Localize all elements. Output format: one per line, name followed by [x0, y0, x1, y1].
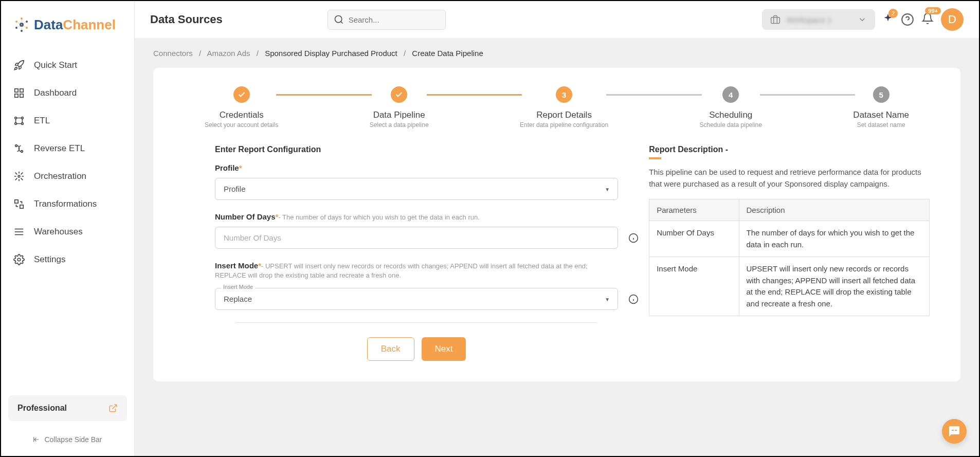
- help-icon[interactable]: [901, 13, 914, 26]
- table-row: Insert Mode UPSERT will insert only new …: [649, 257, 930, 316]
- content-card: Credentials Select your account details …: [153, 68, 960, 381]
- field-label: Number Of Days*- The number of days for …: [215, 212, 480, 221]
- sidebar-item-reverse-etl[interactable]: Reverse ETL: [1, 135, 134, 162]
- step-desc: Set dataset name: [857, 121, 905, 129]
- sidebar-item-transformations[interactable]: Transformations: [1, 190, 134, 218]
- form-actions: Back Next: [215, 337, 618, 361]
- form-left: Enter Report Configuration Profile* Prof…: [174, 145, 618, 361]
- svg-rect-18: [15, 200, 18, 203]
- search-input[interactable]: [328, 10, 446, 30]
- sidebar-item-orchestration[interactable]: Orchestration: [1, 162, 134, 190]
- sidebar-item-quick-start[interactable]: Quick Start: [1, 51, 134, 79]
- sidebar-item-label: Quick Start: [34, 60, 77, 70]
- sidebar-item-label: Dashboard: [34, 88, 77, 98]
- field-days: Number Of Days*- The number of days for …: [215, 212, 618, 249]
- days-input[interactable]: [215, 227, 618, 249]
- sidebar-item-etl[interactable]: ETL: [1, 107, 134, 135]
- breadcrumb: Connectors / Amazon Ads / Sponsored Disp…: [135, 39, 979, 64]
- breadcrumb-item[interactable]: Connectors: [153, 49, 193, 58]
- sidebar-item-label: Orchestration: [34, 171, 86, 181]
- external-link-icon: [108, 404, 118, 413]
- field-legend: Insert Mode: [221, 284, 255, 290]
- step-desc: Enter data pipeline configuration: [520, 121, 608, 129]
- step-data-pipeline: Data Pipeline Select a data pipeline: [370, 86, 429, 129]
- sparkle-button[interactable]: 2: [882, 13, 894, 26]
- info-icon[interactable]: [628, 294, 639, 304]
- step-desc: Select your account details: [205, 121, 278, 129]
- svg-rect-7: [15, 89, 18, 92]
- chevron-down-icon: [858, 15, 867, 24]
- sidebar-item-label: Warehouses: [34, 227, 83, 237]
- chat-fab[interactable]: [942, 419, 967, 444]
- etl-icon: [13, 115, 25, 126]
- step-title: Credentials: [220, 110, 264, 120]
- workspace-selector[interactable]: Workspace 1: [762, 9, 875, 30]
- plan-badge[interactable]: Professional: [8, 395, 127, 421]
- rocket-icon: [13, 60, 25, 71]
- svg-line-27: [341, 22, 343, 24]
- search-box: [328, 10, 446, 30]
- field-label: Insert Mode*- UPSERT will insert only ne…: [215, 261, 588, 279]
- step-dataset-name: 5 Dataset Name Set dataset name: [853, 86, 909, 129]
- svg-point-24: [17, 258, 21, 261]
- table-header-desc: Description: [739, 199, 929, 221]
- svg-point-14: [22, 123, 24, 125]
- avatar[interactable]: D: [941, 8, 964, 31]
- step-circle: 4: [722, 86, 739, 103]
- svg-rect-9: [15, 94, 18, 97]
- sidebar-nav: Quick Start Dashboard ETL Reverse ETL Or…: [1, 45, 134, 389]
- step-desc: Schedule data pipeline: [700, 121, 762, 129]
- orchestration-icon: [13, 171, 25, 182]
- step-scheduling: 4 Scheduling Schedule data pipeline: [700, 86, 762, 129]
- cell-desc: The number of days for which you wish to…: [739, 221, 929, 257]
- sidebar-item-label: ETL: [34, 116, 50, 126]
- brand-logo: DataChannel: [1, 1, 134, 45]
- form-area: Enter Report Configuration Profile* Prof…: [174, 145, 940, 361]
- profile-select[interactable]: Profile: [215, 178, 618, 200]
- step-circle: 3: [556, 86, 572, 103]
- back-button[interactable]: Back: [367, 337, 414, 361]
- breadcrumb-item[interactable]: Amazon Ads: [207, 49, 250, 58]
- sidebar-item-dashboard[interactable]: Dashboard: [1, 79, 134, 107]
- sidebar-item-settings[interactable]: Settings: [1, 246, 134, 273]
- step-title: Report Details: [536, 110, 592, 120]
- main: Data Sources Workspace 1 2 99+: [135, 1, 979, 456]
- logo-icon: [13, 16, 30, 33]
- stepper: Credentials Select your account details …: [205, 86, 909, 129]
- step-circle: 5: [873, 86, 890, 103]
- breadcrumb-item: Create Data Pipeline: [412, 49, 483, 58]
- collapse-label: Collapse Side Bar: [44, 435, 102, 444]
- header-right: Workspace 1 2 99+ D: [762, 8, 964, 31]
- collapse-sidebar-button[interactable]: Collapse Side Bar: [1, 427, 134, 456]
- cell-param: Insert Mode: [649, 257, 739, 316]
- description-title: Report Description -: [649, 145, 930, 154]
- page-title: Data Sources: [150, 13, 223, 26]
- step-report-details: 3 Report Details Enter data pipeline con…: [520, 86, 608, 129]
- svg-point-12: [22, 117, 24, 119]
- brand-text: DataChannel: [34, 17, 116, 33]
- notification-button[interactable]: 99+: [921, 12, 934, 27]
- step-circle: [233, 86, 250, 103]
- svg-point-15: [15, 145, 17, 147]
- transformations-icon: [13, 198, 25, 210]
- cell-desc: UPSERT will insert only new records or r…: [739, 257, 929, 316]
- step-title: Dataset Name: [853, 110, 909, 120]
- description-text: This pipeline can be used to request and…: [649, 167, 930, 190]
- svg-point-17: [18, 175, 20, 177]
- collapse-icon: [33, 436, 40, 443]
- step-circle: [391, 86, 407, 103]
- insert-mode-select[interactable]: Replace: [215, 288, 618, 310]
- table-header-param: Parameters: [649, 199, 739, 221]
- sidebar-item-label: Settings: [34, 254, 65, 265]
- table-row: Number Of Days The number of days for wh…: [649, 221, 930, 257]
- accent-bar: [649, 157, 661, 159]
- check-icon: [395, 90, 403, 99]
- next-button[interactable]: Next: [422, 337, 466, 361]
- info-icon[interactable]: [628, 233, 639, 243]
- sidebar-item-warehouses[interactable]: Warehouses: [1, 218, 134, 246]
- step-desc: Select a data pipeline: [370, 121, 429, 129]
- svg-point-26: [335, 16, 341, 23]
- reverse-etl-icon: [13, 143, 25, 154]
- step-credentials: Credentials Select your account details: [205, 86, 278, 129]
- gear-icon: [13, 254, 25, 265]
